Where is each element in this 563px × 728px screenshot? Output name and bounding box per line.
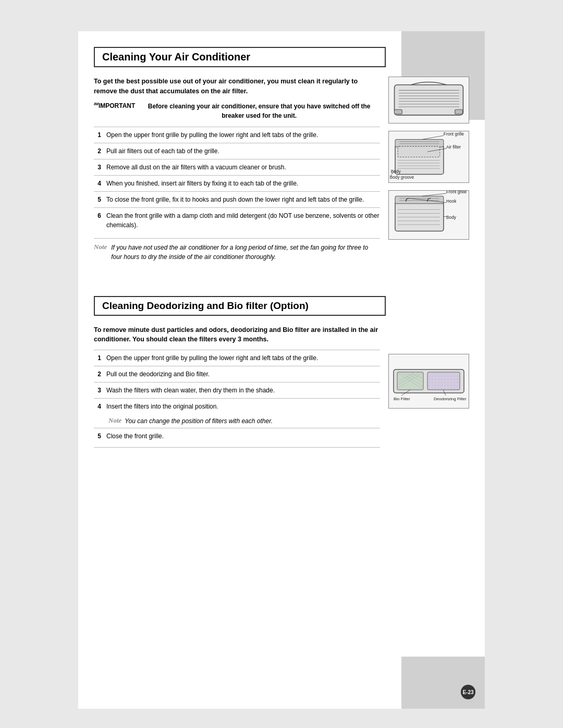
- section2-diagrams: Bio Filter Deodorizing Filter: [388, 325, 469, 448]
- step1: 1 Open the upper front grille by pulling…: [94, 127, 380, 143]
- diagram2: Front grille Air filter Body groove Body: [388, 131, 469, 183]
- page: Cleaning Your Air Conditioner To get the…: [78, 31, 485, 709]
- section1: Cleaning Your Air Conditioner To get the…: [94, 47, 469, 267]
- s2-step3: 3 Wash the filters with clean water, the…: [94, 382, 380, 398]
- section2-steps: 1 Open the upper front grille by pulling…: [94, 350, 380, 414]
- gray-bar-bottom: [401, 657, 485, 709]
- diagram3-svg: Front grille Hook Body: [389, 191, 469, 239]
- section2-title: Cleaning Deodorizing and Bio filter (Opt…: [94, 296, 386, 316]
- diagrams-col: Front grille Air filter Body groove Body: [388, 77, 469, 267]
- svg-text:Bio Filter: Bio Filter: [394, 397, 410, 401]
- important-box: IMIMPORTANT Before cleaning your air con…: [94, 102, 380, 120]
- section2: Cleaning Deodorizing and Bio filter (Opt…: [94, 296, 469, 448]
- note-text: If you have not used the air conditioner…: [111, 243, 380, 262]
- diagram1: [388, 77, 469, 124]
- page-number-badge: E-23: [461, 685, 475, 699]
- svg-line-19: [422, 135, 444, 139]
- svg-rect-26: [395, 202, 444, 231]
- section-divider: [94, 276, 469, 287]
- svg-rect-14: [398, 146, 439, 157]
- s2-step2: 2 Pull out the deodorizing and Bio filte…: [94, 366, 380, 382]
- svg-rect-27: [395, 196, 444, 203]
- svg-rect-0: [395, 85, 463, 115]
- section1-title: Cleaning Your Air Conditioner: [94, 47, 386, 67]
- svg-text:Air filter: Air filter: [446, 145, 461, 150]
- svg-text:Hook: Hook: [446, 199, 457, 204]
- diagram3: Front grille Hook Body: [388, 190, 469, 240]
- svg-text:Deodorizing Filter: Deodorizing Filter: [434, 397, 467, 401]
- section2-intro: To remove minute dust particles and odor…: [94, 325, 380, 345]
- note-box: Note If you have not used the air condit…: [94, 238, 380, 262]
- svg-rect-9: [455, 109, 463, 114]
- svg-rect-43: [427, 372, 460, 390]
- diagram2-svg: Front grille Air filter Body groove Body: [389, 131, 469, 182]
- s2-step5: 5 Close the front grille.: [94, 428, 380, 444]
- diagram4: Bio Filter Deodorizing Filter: [388, 354, 469, 409]
- svg-text:Body: Body: [391, 169, 401, 174]
- section2-step5: 5 Close the front grille.: [94, 428, 380, 444]
- step4: 4 When you finished, insert air filters …: [94, 175, 380, 191]
- important-label: IMIMPORTANT: [94, 102, 135, 109]
- step5: 5 To close the front grille, fix it to h…: [94, 191, 380, 207]
- section1-steps: 1 Open the upper front grille by pulling…: [94, 127, 380, 233]
- important-text: Before cleaning your air conditioner, en…: [138, 102, 380, 120]
- note-label: Note: [94, 243, 107, 251]
- svg-rect-11: [395, 139, 444, 146]
- step4-note-label: Note: [108, 416, 121, 425]
- s2-step1: 1 Open the upper front grille by pulling…: [94, 350, 380, 366]
- step2: 2 Pull air filters out of each tab of th…: [94, 143, 380, 159]
- svg-rect-8: [395, 109, 402, 114]
- svg-text:Body: Body: [446, 215, 457, 220]
- step6: 6 Clean the front grille with a damp clo…: [94, 207, 380, 233]
- step3: 3 Remove all dust on the air filters wit…: [94, 159, 380, 175]
- diagram4-svg: Bio Filter Deodorizing Filter: [389, 367, 469, 406]
- section1-intro: To get the best possible use out of your…: [94, 77, 380, 96]
- step4-note: Note You can change the position of filt…: [94, 414, 380, 428]
- svg-line-35: [422, 193, 447, 196]
- svg-text:Body groove: Body groove: [390, 175, 414, 180]
- diagram1-svg: [389, 77, 469, 124]
- s2-step4: 4 Insert the filters into the original p…: [94, 398, 380, 414]
- svg-text:Front grille: Front grille: [446, 191, 467, 194]
- svg-text:Front grille: Front grille: [444, 132, 464, 137]
- step4-note-text: You can change the position of filters w…: [125, 416, 273, 426]
